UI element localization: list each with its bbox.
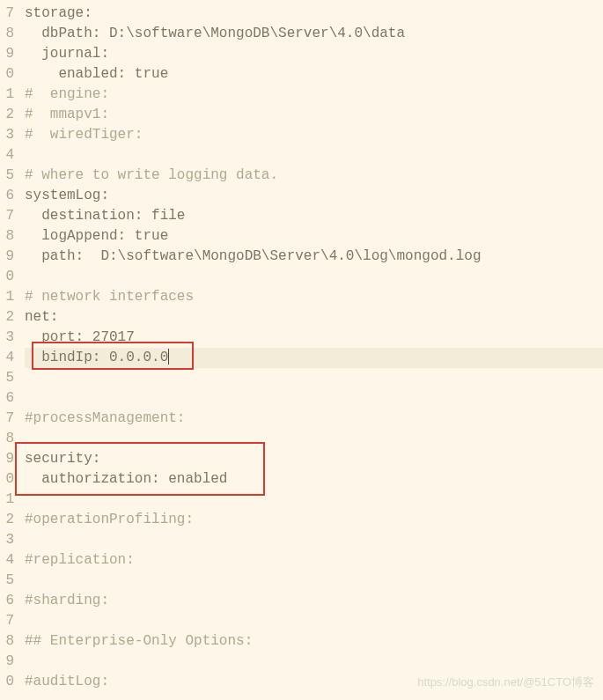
code-line <box>25 267 603 287</box>
code-line: port: 27017 <box>25 328 603 348</box>
code-line: #replication: <box>25 550 603 571</box>
code-line: # mmapv1: <box>25 105 603 125</box>
code-line-current: bindIp: 0.0.0.0 <box>25 348 603 368</box>
code-line: authorization: enabled <box>25 469 603 490</box>
line-number: 7 <box>2 409 14 429</box>
code-line <box>25 490 603 510</box>
line-number: 9 <box>2 449 14 469</box>
code-line: destination: file <box>25 206 603 226</box>
line-number: 9 <box>2 247 14 267</box>
line-number: 1 <box>2 287 14 307</box>
code-line: dbPath: D:\software\MongoDB\Server\4.0\d… <box>25 24 603 44</box>
line-number: 1 <box>2 85 14 105</box>
code-line: storage: <box>25 4 603 24</box>
line-number: 5 <box>2 368 14 388</box>
line-number: 8 <box>2 226 14 247</box>
line-number-gutter: 7 8 9 0 1 2 3 4 5 6 7 8 9 0 1 2 3 4 5 6 … <box>0 0 19 696</box>
code-line: path: D:\software\MongoDB\Server\4.0\log… <box>25 247 603 267</box>
code-line: logAppend: true <box>25 226 603 247</box>
code-line <box>25 429 603 449</box>
code-line: systemLog: <box>25 186 603 206</box>
code-line: #processManagement: <box>25 409 603 429</box>
line-number: 0 <box>2 469 14 490</box>
code-line: # where to write logging data. <box>25 166 603 186</box>
line-number: 4 <box>2 145 14 166</box>
code-line: #operationProfiling: <box>25 510 603 530</box>
line-number: 7 <box>2 4 14 24</box>
line-number: 8 <box>2 429 14 449</box>
line-number: 0 <box>2 267 14 287</box>
line-number: 9 <box>2 44 14 64</box>
code-text: bindIp: 0.0.0.0 <box>25 350 168 365</box>
line-number: 5 <box>2 571 14 591</box>
line-number: 7 <box>2 206 14 226</box>
code-line: ## Enterprise-Only Options: <box>25 631 603 652</box>
code-line <box>25 145 603 166</box>
code-line <box>25 652 603 672</box>
line-number: 4 <box>2 348 14 368</box>
line-number: 3 <box>2 530 14 550</box>
line-number: 1 <box>2 490 14 510</box>
line-number: 4 <box>2 550 14 571</box>
line-number: 2 <box>2 510 14 530</box>
code-line: net: <box>25 307 603 328</box>
line-number: 6 <box>2 388 14 409</box>
code-line: enabled: true <box>25 64 603 85</box>
code-line: journal: <box>25 44 603 64</box>
code-line <box>25 611 603 631</box>
code-line <box>25 388 603 409</box>
line-number: 7 <box>2 611 14 631</box>
code-line: # engine: <box>25 85 603 105</box>
code-line <box>25 530 603 550</box>
code-editor: 7 8 9 0 1 2 3 4 5 6 7 8 9 0 1 2 3 4 5 6 … <box>0 0 603 696</box>
line-number: 5 <box>2 166 14 186</box>
code-line <box>25 368 603 388</box>
code-area[interactable]: storage: dbPath: D:\software\MongoDB\Ser… <box>19 0 603 696</box>
line-number: 6 <box>2 591 14 611</box>
line-number: 2 <box>2 307 14 328</box>
code-line: # wiredTiger: <box>25 125 603 145</box>
code-line <box>25 571 603 591</box>
line-number: 0 <box>2 64 14 85</box>
line-number: 8 <box>2 631 14 652</box>
line-number: 6 <box>2 186 14 206</box>
line-number: 0 <box>2 672 14 692</box>
code-line: security: <box>25 449 603 469</box>
line-number: 3 <box>2 125 14 145</box>
line-number: 8 <box>2 24 14 44</box>
line-number: 9 <box>2 652 14 672</box>
code-line: #auditLog: <box>25 672 603 692</box>
line-number: 2 <box>2 105 14 125</box>
code-line: # network interfaces <box>25 287 603 307</box>
line-number: 3 <box>2 328 14 348</box>
text-cursor <box>168 349 169 365</box>
code-line: #sharding: <box>25 591 603 611</box>
